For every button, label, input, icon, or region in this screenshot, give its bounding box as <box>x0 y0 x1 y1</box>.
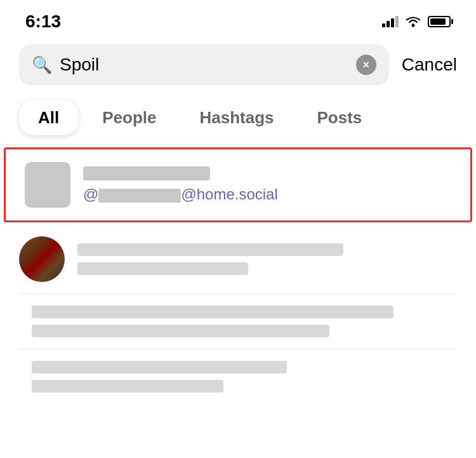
status-bar: 6:13 <box>0 0 476 38</box>
tab-all[interactable]: All <box>19 100 78 135</box>
blur-line <box>32 361 287 374</box>
signal-icon <box>382 16 399 27</box>
status-icons <box>382 15 451 28</box>
search-container: 🔍 Spoil × Cancel <box>0 38 476 91</box>
list-item[interactable] <box>0 294 476 349</box>
avatar <box>25 162 70 208</box>
svg-point-0 <box>412 24 415 27</box>
blur-line <box>32 306 393 318</box>
clear-button[interactable]: × <box>356 55 376 75</box>
highlighted-result-item[interactable]: @@home.social <box>4 147 472 222</box>
search-bar: 🔍 Spoil × <box>19 44 389 85</box>
status-time: 6:13 <box>25 11 61 32</box>
handle-prefix: @ <box>83 185 98 203</box>
search-input[interactable]: Spoil <box>60 55 348 75</box>
user-info: @@home.social <box>83 166 278 203</box>
battery-icon <box>428 16 451 27</box>
wifi-icon <box>405 15 421 28</box>
tab-posts[interactable]: Posts <box>298 100 381 135</box>
handle-text: @@home.social <box>83 185 278 203</box>
filter-tabs: All People Hashtags Posts <box>0 91 476 145</box>
results-list: @@home.social <box>0 145 476 404</box>
username-blur <box>83 166 210 180</box>
blur-line <box>77 243 343 256</box>
user-info-blur <box>19 306 457 337</box>
list-item[interactable] <box>0 225 476 293</box>
blur-line <box>32 325 329 337</box>
cancel-button[interactable]: Cancel <box>402 55 457 75</box>
handle-blur <box>98 189 181 203</box>
list-item[interactable] <box>0 349 476 404</box>
blur-line <box>77 262 248 275</box>
tab-hashtags[interactable]: Hashtags <box>180 100 293 135</box>
tab-people[interactable]: People <box>83 100 175 135</box>
user-info-blur <box>19 361 457 393</box>
search-icon: 🔍 <box>32 55 52 75</box>
avatar <box>19 236 65 282</box>
handle-suffix: @home.social <box>181 185 277 203</box>
blur-line <box>32 380 223 393</box>
user-info-blur <box>77 243 457 275</box>
